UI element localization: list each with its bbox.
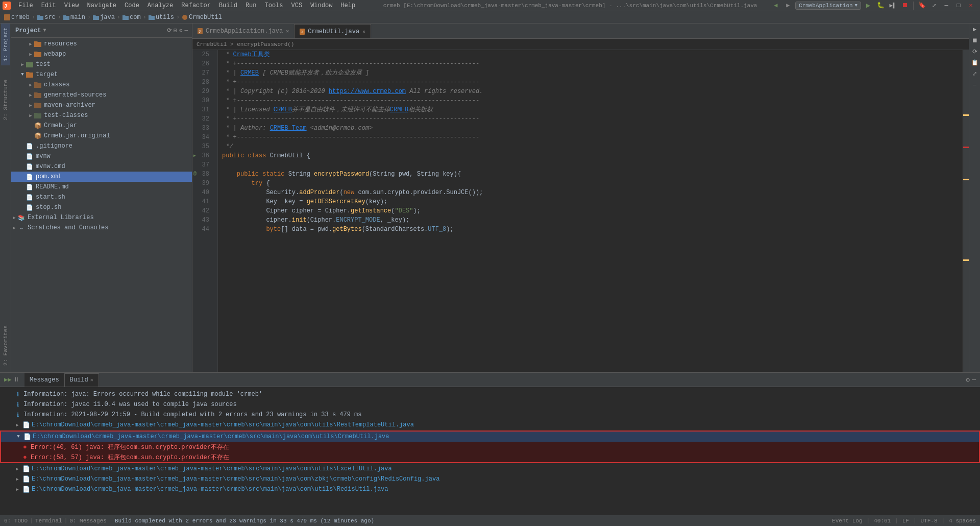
todo-button[interactable]: 6: TODO	[4, 518, 28, 524]
build-tab-close[interactable]: ✕	[90, 377, 93, 383]
msg-item-excellutil[interactable]: ▶ 📄 E:\chromDownload\crmeb_java-master\c…	[0, 464, 980, 474]
run-tool-btn-5[interactable]: ⤢	[971, 70, 979, 79]
minimize-button[interactable]: —	[941, 1, 951, 10]
tree-item-webapp[interactable]: ▶ webapp	[11, 49, 192, 59]
tree-item-crmeb-jar[interactable]: 📦 Crmeb.jar	[11, 121, 192, 131]
run-tool-btn-4[interactable]: 📋	[971, 59, 979, 67]
sync-icon[interactable]: ⟳	[167, 27, 172, 34]
tree-item-external-libraries[interactable]: ▶ 📚 External Libraries	[11, 212, 192, 223]
msg-item-rest-template[interactable]: ▶ 📄 E:\chromDownload\crmeb_java-master\c…	[0, 420, 980, 430]
run-button[interactable]: ▶	[863, 1, 873, 10]
left-tab-structure[interactable]: 2: Structure	[1, 76, 10, 124]
forward-icon[interactable]: ▶	[783, 1, 793, 10]
maximize-button[interactable]: □	[953, 1, 964, 10]
msg-item-javac[interactable]: ℹ Information: javac 11.0.4 was used to …	[0, 399, 980, 410]
menu-item-analyze[interactable]: Analyze	[143, 1, 177, 10]
tree-item-resources[interactable]: ▶ resources	[11, 39, 192, 49]
back-icon[interactable]: ◀	[771, 1, 781, 10]
messages-button[interactable]: 0: Messages	[69, 518, 107, 524]
run-tool-btn-3[interactable]: ⟳	[971, 48, 979, 56]
minimize-panel-icon[interactable]: —	[184, 27, 188, 34]
close-button[interactable]: ✕	[966, 1, 976, 10]
menu-item-edit[interactable]: Edit	[37, 1, 60, 10]
expand-icon[interactable]: ⤢	[929, 1, 939, 10]
run-tool-btn-1[interactable]: ▶	[971, 26, 979, 34]
cursor-position[interactable]: 40:61	[874, 518, 891, 524]
stop-run-button[interactable]: ⏸	[13, 376, 21, 384]
tree-item-scratches[interactable]: ▶ ✏️ Scratches and Consoles	[11, 223, 192, 233]
tree-item-test-classes[interactable]: ▶ test-classes	[11, 110, 192, 121]
tree-item-start-sh[interactable]: 📄 start.sh	[11, 192, 192, 202]
breadcrumb-item-utils[interactable]: utils	[149, 14, 174, 21]
encoding[interactable]: UTF-8	[921, 518, 938, 524]
event-log-button[interactable]: Event Log	[832, 518, 862, 524]
breadcrumb-item-crmebutil[interactable]: CrmebUtil	[182, 14, 222, 21]
bottom-tab-messages[interactable]: Messages	[24, 373, 65, 387]
code-line-27: * | CRMEB [ CRMEB赋能开发者，助力企业发展 ]	[222, 68, 959, 78]
run-config-label: CrmebApplication	[799, 3, 853, 9]
msg-item-error-2[interactable]: ● Error:(58, 57) java: 程序包com.sun.crypto…	[1, 452, 979, 462]
indentation[interactable]: 4 spaces	[949, 518, 976, 524]
file-icon-redisconfig: 📄	[22, 475, 30, 483]
msg-item-redisconfig[interactable]: ▶ 📄 E:\chromDownload\crmeb_java-master\c…	[0, 474, 980, 484]
tree-item-pom-xml[interactable]: 📄 pom.xml	[11, 172, 192, 182]
tree-item-stop-sh[interactable]: 📄 stop.sh	[11, 202, 192, 212]
msg-item-error-1[interactable]: ● Error:(40, 61) java: 程序包com.sun.crypto…	[1, 442, 979, 452]
menu-item-window[interactable]: Window	[306, 1, 336, 10]
tree-item-test[interactable]: ▶ test	[11, 59, 192, 69]
tree-item-target[interactable]: ▼ target	[11, 69, 192, 80]
left-tab-project[interactable]: 1: Project	[1, 23, 10, 65]
menu-item-help[interactable]: Help	[336, 1, 359, 10]
breadcrumb-item-project[interactable]: crmeb	[4, 14, 30, 21]
bookmark-icon[interactable]: 🔖	[917, 1, 927, 10]
msg-item-crmebutil[interactable]: ▼ 📄 E:\chromDownload\crmeb_java-master\c…	[1, 432, 979, 442]
line-ending[interactable]: LF	[902, 518, 909, 524]
editor-tab-crmebapplication[interactable]: J CrmebApplication.java ✕	[192, 24, 295, 38]
menu-item-file[interactable]: File	[14, 1, 37, 10]
code-line-39: try {	[222, 179, 959, 188]
msg-item-build-complete[interactable]: ℹ Information: 2021-08-29 21:59 - Build …	[0, 410, 980, 420]
msg-item-errors-compiling[interactable]: ℹ Information: java: Errors occurred whi…	[0, 389, 980, 399]
tree-item-maven-archiver[interactable]: ▶ maven-archiver	[11, 100, 192, 110]
stop-button[interactable]: ⏹	[900, 1, 910, 10]
menu-item-build[interactable]: Build	[215, 1, 241, 10]
editor-tab-crmebutil[interactable]: J CrmebUtil.java ✕	[295, 24, 371, 38]
left-tab-favorites[interactable]: 2: Favorites	[1, 321, 10, 370]
settings-gear-icon[interactable]: ⚙	[966, 376, 970, 384]
bottom-tab-build[interactable]: Build ✕	[65, 373, 99, 387]
terminal-button[interactable]: Terminal	[35, 518, 62, 524]
menu-item-code[interactable]: Code	[120, 1, 143, 10]
tab-close-crmebutil[interactable]: ✕	[362, 29, 365, 35]
code-line-33: * | Author: CRMEB Team <admin@crmeb.com>	[222, 124, 959, 133]
msg-item-redisutil[interactable]: ▶ 📄 E:\chromDownload\crmeb_java-master\c…	[0, 484, 980, 494]
menu-item-view[interactable]: View	[60, 1, 83, 10]
breadcrumb-item-com[interactable]: com	[122, 14, 141, 21]
settings-icon[interactable]: ⚙	[179, 27, 183, 34]
tree-item-classes[interactable]: ▶ classes	[11, 80, 192, 90]
menu-item-tools[interactable]: Tools	[261, 1, 287, 10]
tree-item-mvnw-cmd[interactable]: 📄 mvnw.cmd	[11, 161, 192, 172]
minimize-panel-icon[interactable]: —	[972, 376, 976, 384]
run-tool-btn-2[interactable]: ⏹	[971, 37, 979, 45]
tab-close-crmebapplication[interactable]: ✕	[286, 28, 289, 34]
breadcrumb-item-main[interactable]: main	[63, 14, 85, 21]
filter-icon[interactable]: ⊟	[174, 27, 177, 34]
menu-item-navigate[interactable]: Navigate	[83, 1, 120, 10]
code-line-26: * +-------------------------------------…	[222, 59, 959, 68]
tree-item-generated-sources[interactable]: ▶ generated-sources	[11, 90, 192, 100]
run-coverage-button[interactable]: ▶▌	[888, 1, 898, 10]
tree-item-readme[interactable]: 📄 README.md	[11, 182, 192, 192]
run-tool-btn-6[interactable]: —	[971, 82, 979, 90]
tree-item-crmeb-jar-original[interactable]: 📦 Crmeb.jar.original	[11, 131, 192, 141]
debug-button[interactable]: 🐛	[875, 1, 886, 10]
menu-item-vcs[interactable]: VCS	[287, 1, 307, 10]
breadcrumb-item-src[interactable]: src	[37, 14, 56, 21]
run-all-button[interactable]: ▶▶	[4, 376, 12, 384]
breadcrumb-item-java[interactable]: java	[93, 14, 115, 21]
code-content[interactable]: * Crmeb工具类 * +--------------------------…	[218, 50, 963, 372]
tree-item-mvnw[interactable]: 📄 mvnw	[11, 151, 192, 161]
menu-item-run[interactable]: Run	[241, 1, 261, 10]
run-config-selector[interactable]: CrmebApplication ▼	[795, 2, 861, 10]
menu-item-refactor[interactable]: Refactor	[177, 1, 215, 10]
tree-item-gitignore[interactable]: 📄 .gitignore	[11, 141, 192, 151]
